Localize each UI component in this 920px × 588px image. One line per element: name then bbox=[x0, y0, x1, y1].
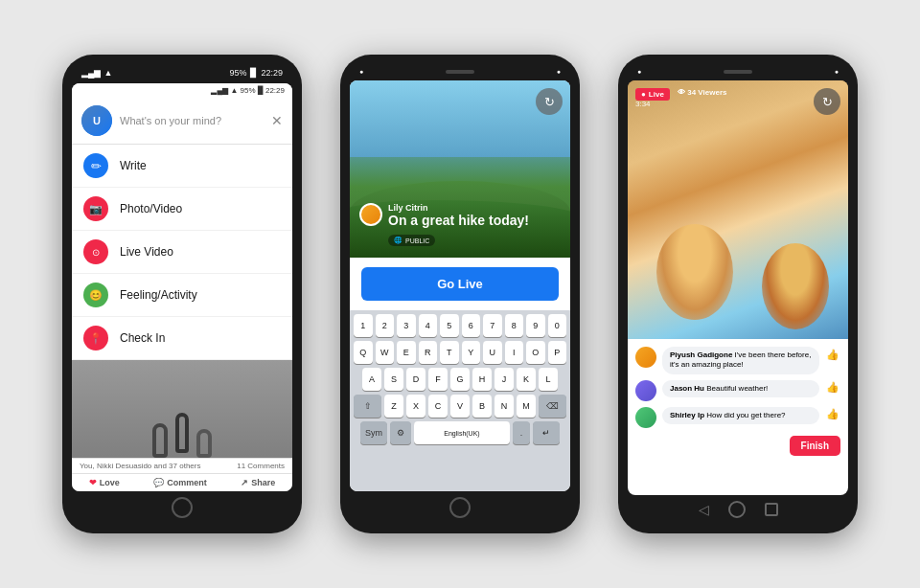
live-user-text: Lily Citrin On a great hike today! 🌐 PUB… bbox=[388, 203, 529, 246]
key-k[interactable]: K bbox=[517, 368, 536, 391]
key-8[interactable]: 8 bbox=[505, 314, 524, 337]
key-2[interactable]: 2 bbox=[376, 314, 395, 337]
keyboard-row-numbers: 1 2 3 4 5 6 7 8 9 0 bbox=[354, 314, 566, 337]
recent-apps-icon[interactable] bbox=[765, 503, 778, 516]
phone3-nav-bar: ◁ bbox=[628, 495, 848, 520]
key-7[interactable]: 7 bbox=[483, 314, 502, 337]
key-4[interactable]: 4 bbox=[419, 314, 438, 337]
keyboard-row-zxcv: ⇧ Z X C V B N M ⌫ bbox=[354, 395, 566, 418]
key-t[interactable]: T bbox=[440, 341, 459, 364]
key-o[interactable]: O bbox=[526, 341, 545, 364]
keyboard[interactable]: 1 2 3 4 5 6 7 8 9 0 Q W E R T Y U I O bbox=[350, 310, 570, 491]
key-1[interactable]: 1 bbox=[354, 314, 373, 337]
comment-1-bubble: Piyush Gadigone I've been there before, … bbox=[662, 347, 819, 374]
go-live-button[interactable]: Go Live bbox=[361, 267, 559, 301]
keyboard-row-qwerty: Q W E R T Y U I O P bbox=[354, 341, 566, 364]
menu-item-checkin[interactable]: 📍 Check In bbox=[72, 317, 292, 360]
bottom-photo-area: You, Nikki Desuasido and 37 others 11 Co… bbox=[72, 360, 292, 491]
flip-camera-button[interactable]: ↻ bbox=[536, 88, 563, 115]
key-z[interactable]: Z bbox=[384, 395, 403, 418]
feeling-icon: 😊 bbox=[83, 283, 108, 307]
key-9[interactable]: 9 bbox=[526, 314, 545, 337]
key-f[interactable]: F bbox=[428, 368, 448, 391]
home-circle-icon[interactable] bbox=[728, 501, 746, 518]
key-g[interactable]: G bbox=[450, 368, 470, 391]
phone1-home-bar bbox=[72, 491, 292, 520]
home-button[interactable] bbox=[172, 497, 193, 518]
likes-bar: You, Nikki Desuasido and 37 others 11 Co… bbox=[72, 459, 292, 474]
comment-2-bubble: Jason Hu Beautiful weather! bbox=[662, 380, 819, 397]
like-icon-1[interactable]: 👍 bbox=[825, 347, 840, 362]
flip-camera-button-2[interactable]: ↻ bbox=[814, 88, 840, 115]
user-avatar: U bbox=[81, 105, 112, 136]
share-button[interactable]: ↗ Share bbox=[241, 478, 275, 487]
key-p[interactable]: P bbox=[548, 341, 567, 364]
settings-key[interactable]: ⚙ bbox=[390, 421, 411, 444]
key-x[interactable]: X bbox=[406, 395, 426, 418]
comment-3: Shirley Ip How did you get there? 👍 bbox=[635, 407, 840, 428]
compose-placeholder[interactable]: What's on your mind? bbox=[120, 115, 271, 126]
return-key[interactable]: ↵ bbox=[533, 421, 560, 444]
phone-1: ▂▄▆ ▲ 95% ▉ 22:29 ▂▄▆ ▲ 95% ▉ 22:29 U Wh… bbox=[62, 55, 302, 533]
finish-button[interactable]: Finish bbox=[790, 436, 840, 456]
key-u[interactable]: U bbox=[483, 341, 502, 364]
camera-icon2: ● bbox=[637, 68, 641, 75]
key-h[interactable]: H bbox=[472, 368, 492, 391]
key-v[interactable]: V bbox=[450, 395, 470, 418]
key-0[interactable]: 0 bbox=[548, 314, 567, 337]
time-display: 22:29 bbox=[261, 68, 283, 78]
menu-item-live[interactable]: ⊙ Live Video bbox=[72, 231, 292, 274]
phone1-signal: ▂▄▆ ▲ bbox=[81, 68, 112, 78]
speaker-icon bbox=[446, 70, 474, 74]
key-d[interactable]: D bbox=[406, 368, 426, 391]
globe-icon: 🌐 bbox=[394, 237, 402, 244]
menu-checkin-label: Check In bbox=[120, 331, 165, 345]
key-5[interactable]: 5 bbox=[440, 314, 459, 337]
key-r[interactable]: R bbox=[419, 341, 438, 364]
public-label: PUBLIC bbox=[405, 237, 429, 244]
public-badge: 🌐 PUBLIC bbox=[388, 235, 435, 246]
period-key[interactable]: . bbox=[513, 421, 530, 444]
battery-percent: 95% bbox=[229, 68, 246, 78]
key-n[interactable]: N bbox=[494, 395, 514, 418]
viewers-count: 👁 34 Viewers bbox=[678, 88, 726, 97]
key-c[interactable]: C bbox=[428, 395, 448, 418]
like-icon-3[interactable]: 👍 bbox=[825, 407, 840, 422]
sensor-icon2: ● bbox=[835, 68, 839, 75]
live-username: Lily Citrin bbox=[388, 203, 529, 213]
comment-button[interactable]: 💬 Comment bbox=[153, 478, 207, 487]
home-button[interactable] bbox=[449, 497, 471, 518]
key-i[interactable]: I bbox=[505, 341, 524, 364]
key-6[interactable]: 6 bbox=[462, 314, 481, 337]
key-3[interactable]: 3 bbox=[397, 314, 416, 337]
key-w[interactable]: W bbox=[376, 341, 395, 364]
key-q[interactable]: Q bbox=[354, 341, 373, 364]
back-icon[interactable]: ◁ bbox=[699, 502, 709, 517]
sym-key[interactable]: Sym bbox=[360, 421, 387, 444]
phone3-screen: ● Live 👁 34 Viewers 3:34 ↻ Piyush Gadigo… bbox=[628, 80, 848, 495]
menu-item-photo[interactable]: 📷 Photo/Video bbox=[72, 188, 292, 231]
compose-bar[interactable]: U What's on your mind? ✕ bbox=[72, 98, 292, 145]
menu-item-write[interactable]: ✏ Write bbox=[72, 145, 292, 188]
space-key[interactable]: English(UK) bbox=[414, 421, 510, 444]
backspace-key[interactable]: ⌫ bbox=[539, 395, 566, 418]
key-j[interactable]: J bbox=[494, 368, 514, 391]
like-icon-2[interactable]: 👍 bbox=[825, 380, 840, 396]
love-label: Love bbox=[100, 478, 120, 487]
key-b[interactable]: B bbox=[472, 395, 492, 418]
key-y[interactable]: Y bbox=[462, 341, 481, 364]
key-a[interactable]: A bbox=[362, 368, 381, 391]
key-e[interactable]: E bbox=[397, 341, 416, 364]
commenter-3-avatar bbox=[635, 407, 656, 428]
love-button[interactable]: ❤ Love bbox=[89, 478, 120, 487]
key-s[interactable]: S bbox=[384, 368, 403, 391]
live-preview-area: ↻ Lily Citrin On a great hike today! 🌐 P… bbox=[350, 80, 570, 258]
close-icon[interactable]: ✕ bbox=[271, 113, 283, 128]
signal-bars-icon: ▂▄▆ bbox=[81, 68, 101, 78]
menu-item-feeling[interactable]: 😊 Feeling/Activity bbox=[72, 274, 292, 317]
speaker-icon2 bbox=[724, 70, 752, 74]
live-label: Live bbox=[649, 90, 664, 99]
shift-key[interactable]: ⇧ bbox=[354, 395, 381, 418]
key-l[interactable]: L bbox=[539, 368, 558, 391]
key-m[interactable]: M bbox=[517, 395, 536, 418]
